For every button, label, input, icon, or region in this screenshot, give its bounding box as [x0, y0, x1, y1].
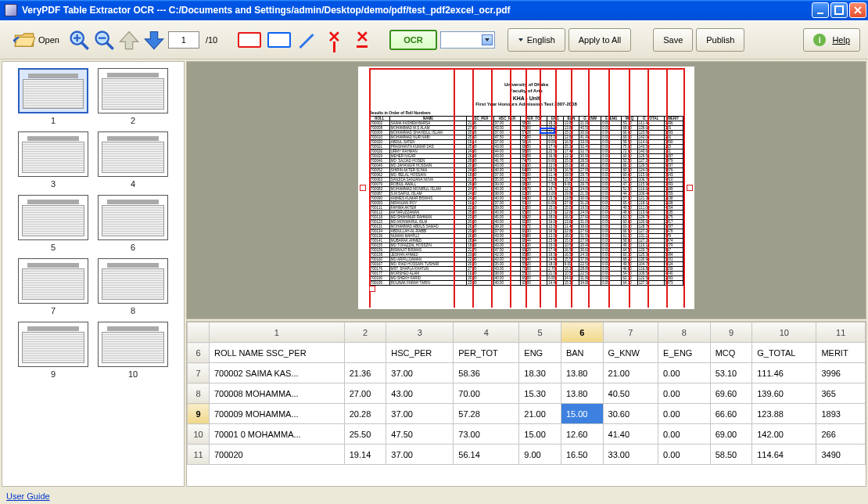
cell[interactable]: 700009 MOHAMMA... — [210, 404, 345, 424]
cell[interactable]: 37.00 — [386, 445, 454, 465]
publish-button[interactable]: Publish — [696, 28, 744, 52]
cell[interactable]: BAN — [561, 343, 603, 363]
cell[interactable]: 69.60 — [710, 383, 752, 404]
cell[interactable]: 25.50 — [344, 424, 386, 445]
cell[interactable]: 70001 0 MOHAMMA... — [210, 424, 345, 445]
cell[interactable]: 0.00 — [658, 363, 711, 383]
maximize-button[interactable] — [830, 2, 848, 18]
cell[interactable]: 66.60 — [710, 404, 752, 424]
thumbnail-10[interactable]: 10 — [97, 322, 169, 379]
cell[interactable]: 3490 — [816, 445, 866, 465]
cell[interactable]: ROLL NAME SSC_PER — [210, 343, 345, 363]
column-header[interactable]: 6 — [561, 322, 603, 343]
select-blue-region-button[interactable] — [267, 32, 291, 48]
cell[interactable]: 365 — [816, 383, 866, 404]
cell[interactable]: PER_TOT — [454, 343, 519, 363]
delete-horizontal-button[interactable]: ✕ — [350, 27, 375, 52]
cell[interactable]: 37.00 — [386, 404, 454, 424]
cell[interactable]: 73.00 — [454, 424, 519, 445]
row-guide[interactable] — [369, 68, 683, 70]
column-header[interactable]: 7 — [603, 322, 658, 343]
thumbnail-3[interactable]: 3 — [17, 131, 89, 189]
cell[interactable]: 21.00 — [519, 404, 561, 424]
column-guide[interactable] — [555, 68, 557, 308]
cell[interactable]: 142.00 — [752, 424, 816, 445]
cell[interactable]: 21.36 — [344, 363, 386, 383]
thumbnail-1[interactable]: 1 — [17, 68, 89, 125]
cell[interactable]: MCQ — [710, 343, 752, 363]
cell[interactable]: 58.50 — [710, 445, 752, 465]
ocr-button[interactable]: OCR — [389, 30, 436, 50]
row-header[interactable]: 9 — [188, 404, 210, 424]
cell[interactable]: 0.00 — [658, 404, 711, 424]
thumbnail-7[interactable]: 7 — [17, 258, 89, 315]
cell[interactable]: 114.64 — [752, 445, 816, 465]
cell[interactable]: 18.30 — [519, 363, 561, 383]
cell[interactable]: 33.00 — [603, 445, 658, 465]
cell[interactable]: 70.00 — [454, 383, 519, 404]
zoom-out-button[interactable] — [93, 29, 115, 51]
cell[interactable]: 27.00 — [344, 383, 386, 404]
close-button[interactable] — [849, 2, 866, 18]
next-page-button[interactable] — [143, 29, 165, 51]
row-header[interactable]: 7 — [188, 363, 210, 383]
row-header[interactable]: 6 — [188, 343, 210, 363]
thumbnail-5[interactable]: 5 — [17, 195, 89, 252]
language-dropdown[interactable]: English — [508, 28, 565, 52]
cell[interactable]: 0.00 — [658, 445, 711, 465]
select-red-region-button[interactable] — [238, 32, 261, 48]
column-guide[interactable] — [629, 68, 630, 308]
thumbnail-9[interactable]: 9 — [17, 322, 89, 379]
cell[interactable]: HSC_PER — [386, 343, 454, 363]
spreadsheet-table[interactable]: 12345678910116ROLL NAME SSC_PERHSC_PERPE… — [187, 322, 866, 465]
column-header[interactable]: 11 — [816, 322, 866, 343]
cell[interactable]: 37.00 — [386, 363, 454, 383]
column-guide[interactable] — [454, 68, 455, 308]
column-header[interactable]: 10 — [752, 322, 816, 343]
cell[interactable]: 13.80 — [561, 383, 603, 404]
spreadsheet-panel[interactable]: 12345678910116ROLL NAME SSC_PERHSC_PERPE… — [186, 321, 866, 487]
sheet-corner[interactable] — [188, 322, 210, 343]
cell[interactable]: 9.00 — [519, 445, 561, 465]
column-header[interactable]: 1 — [210, 322, 345, 343]
help-button[interactable]: i Help — [803, 28, 860, 52]
cell[interactable]: 16.50 — [561, 445, 603, 465]
cell[interactable]: 111.46 — [752, 363, 816, 383]
cell[interactable]: E_ENG — [658, 343, 711, 363]
draw-line-button[interactable] — [294, 27, 319, 52]
thumbnail-8[interactable]: 8 — [97, 258, 169, 315]
zoom-in-button[interactable] — [68, 29, 90, 51]
column-guide[interactable] — [666, 68, 668, 308]
page-canvas[interactable]: University of Dhaka Faculty of Arts KHA … — [358, 67, 694, 309]
cell[interactable]: 30.60 — [603, 404, 658, 424]
column-guide[interactable] — [647, 68, 649, 308]
cell[interactable]: 40.50 — [603, 383, 658, 404]
selected-cell-marker[interactable] — [540, 128, 555, 134]
cell[interactable]: ENG — [519, 343, 561, 363]
cell[interactable]: MERIT — [816, 343, 866, 363]
cell[interactable]: 57.28 — [454, 404, 519, 424]
ocr-options-dropdown[interactable] — [440, 31, 495, 49]
cell[interactable]: 13.80 — [561, 363, 603, 383]
column-guide[interactable] — [608, 68, 610, 308]
cell[interactable]: 700020 — [210, 445, 345, 465]
row-header[interactable]: 8 — [188, 383, 210, 404]
cell[interactable]: 700002 SAIMA KAS... — [210, 363, 345, 383]
cell[interactable]: 47.50 — [386, 424, 454, 445]
column-guide[interactable] — [491, 68, 493, 308]
cell[interactable]: 21.00 — [603, 363, 658, 383]
column-guide[interactable] — [369, 68, 371, 308]
apply-to-all-button[interactable]: Apply to All — [569, 28, 631, 52]
cell[interactable]: 1893 — [816, 404, 866, 424]
page-number-input[interactable] — [168, 31, 199, 49]
column-guide[interactable] — [588, 68, 590, 308]
cell[interactable]: 43.00 — [386, 383, 454, 404]
cell[interactable]: 53.10 — [710, 363, 752, 383]
cell[interactable]: 20.28 — [344, 404, 386, 424]
cell[interactable]: 3996 — [816, 363, 866, 383]
save-button[interactable]: Save — [653, 28, 693, 52]
column-header[interactable]: 9 — [710, 322, 752, 343]
thumbnail-4[interactable]: 4 — [97, 131, 169, 189]
row-header[interactable]: 11 — [188, 445, 210, 465]
cell[interactable]: 69.00 — [710, 424, 752, 445]
